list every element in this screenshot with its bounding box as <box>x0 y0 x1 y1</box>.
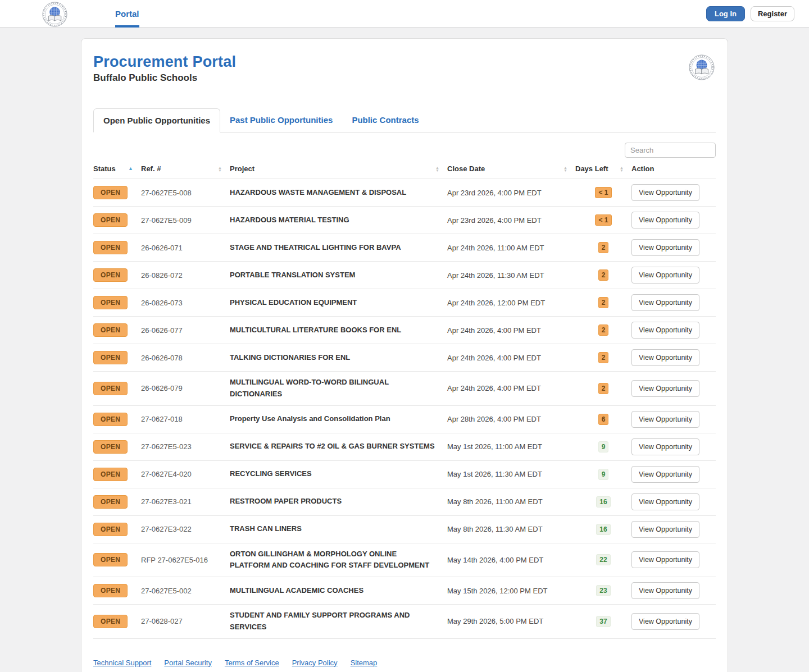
tab-public-contracts[interactable]: Public Contracts <box>342 108 428 132</box>
row-project: PHYSICAL EDUCATION EQUIPMENT <box>230 297 447 309</box>
footer-link-sitemap[interactable]: Sitemap <box>351 659 378 667</box>
view-opportunity-button[interactable]: View Opportunity <box>631 466 699 483</box>
action-cell: View Opportunity <box>631 466 716 483</box>
view-opportunity-button[interactable]: View Opportunity <box>631 380 699 397</box>
row-project: STUDENT AND FAMILY SUPPORT PROGRAMS AND … <box>230 610 447 633</box>
days-left-cell: < 1 <box>575 187 631 198</box>
view-opportunity-button[interactable]: View Opportunity <box>631 239 699 256</box>
days-left-cell: 2 <box>575 242 631 253</box>
view-opportunity-button[interactable]: View Opportunity <box>631 322 699 339</box>
footer-link-portal-security[interactable]: Portal Security <box>164 659 212 667</box>
table-row: OPEN 27-0627E5-023 SERVICE & REPAIRS TO … <box>93 433 716 460</box>
days-left-badge: 6 <box>598 414 609 425</box>
view-opportunity-button[interactable]: View Opportunity <box>631 184 699 201</box>
status-badge: OPEN <box>93 241 128 254</box>
days-left-cell: 6 <box>575 414 631 425</box>
status-cell: OPEN <box>93 268 141 282</box>
row-ref: 26-0626-078 <box>141 354 230 362</box>
status-cell: OPEN <box>93 495 141 509</box>
table-row: OPEN 26-0826-073 PHYSICAL EDUCATION EQUI… <box>93 289 716 316</box>
nav-item-portal[interactable]: Portal <box>115 0 139 28</box>
column-header-days-left[interactable]: Days Left ▲▼ <box>575 164 631 173</box>
footer-links: Technical Support Portal Security Terms … <box>93 659 716 672</box>
row-close-date: May 29th 2026, 5:00 PM EDT <box>447 617 575 625</box>
status-cell: OPEN <box>93 413 141 426</box>
status-badge: OPEN <box>93 268 128 282</box>
view-opportunity-button[interactable]: View Opportunity <box>631 267 699 284</box>
register-button[interactable]: Register <box>751 6 794 21</box>
days-left-badge: 22 <box>596 554 610 565</box>
table-header: Status ▲ Ref. # ▲▼ Project ▲▼ Close Date… <box>93 158 716 179</box>
status-cell: OPEN <box>93 468 141 481</box>
column-header-ref[interactable]: Ref. # ▲▼ <box>141 164 230 173</box>
card-header: Procurement Portal Buffalo Public School… <box>93 53 716 84</box>
row-close-date: Apr 24th 2026, 4:00 PM EDT <box>447 384 575 392</box>
column-label: Ref. # <box>141 164 161 173</box>
row-close-date: Apr 24th 2026, 11:00 AM EDT <box>447 244 575 252</box>
table-row: OPEN RFP 27-0627E5-016 ORTON GILLINGHAM … <box>93 543 716 577</box>
view-opportunity-button[interactable]: View Opportunity <box>631 438 699 455</box>
status-badge: OPEN <box>93 440 128 454</box>
view-opportunity-button[interactable]: View Opportunity <box>631 294 699 311</box>
days-left-badge: 37 <box>596 616 610 627</box>
table-row: OPEN 27-0628-027 STUDENT AND FAMILY SUPP… <box>93 604 716 638</box>
action-cell: View Opportunity <box>631 551 716 568</box>
row-project: PORTABLE TRANSLATION SYSTEM <box>230 269 447 281</box>
view-opportunity-button[interactable]: View Opportunity <box>631 613 699 630</box>
view-opportunity-button[interactable]: View Opportunity <box>631 551 699 568</box>
view-opportunity-button[interactable]: View Opportunity <box>631 521 699 538</box>
days-left-cell: 23 <box>575 585 631 596</box>
table-row: OPEN 27-0627E4-020 RECYCLING SERVICES Ma… <box>93 460 716 488</box>
view-opportunity-button[interactable]: View Opportunity <box>631 493 699 510</box>
row-ref: RFP 27-0627E5-016 <box>141 556 230 564</box>
status-badge: OPEN <box>93 468 128 481</box>
row-project: MULTILINGUAL ACADEMIC COACHES <box>230 585 447 597</box>
view-opportunity-button[interactable]: View Opportunity <box>631 212 699 228</box>
days-left-badge: 9 <box>598 441 609 452</box>
row-close-date: Apr 28th 2026, 4:00 PM EDT <box>447 415 575 423</box>
footer-link-technical-support[interactable]: Technical Support <box>93 659 151 667</box>
tab-past-public-opportunities[interactable]: Past Public Opportunities <box>220 108 342 132</box>
view-opportunity-button[interactable]: View Opportunity <box>631 349 699 366</box>
row-ref: 27-0627E4-020 <box>141 470 230 478</box>
row-close-date: Apr 24th 2026, 4:00 PM EDT <box>447 326 575 335</box>
row-close-date: May 1st 2026, 11:30 AM EDT <box>447 470 575 478</box>
status-cell: OPEN <box>93 523 141 536</box>
days-left-cell: 37 <box>575 616 631 627</box>
row-close-date: Apr 24th 2026, 4:00 PM EDT <box>447 354 575 362</box>
search-row <box>93 143 716 158</box>
view-opportunity-button[interactable]: View Opportunity <box>631 582 699 599</box>
row-close-date: Apr 23rd 2026, 4:00 PM EDT <box>447 216 575 225</box>
column-header-status[interactable]: Status ▲ <box>93 164 141 173</box>
footer-link-terms-of-service[interactable]: Terms of Service <box>225 659 279 667</box>
status-cell: OPEN <box>93 323 141 337</box>
footer-link-privacy-policy[interactable]: Privacy Policy <box>292 659 338 667</box>
action-cell: View Opportunity <box>631 322 716 339</box>
table-row: OPEN 27-0627E5-009 HAZARDOUS MATERIAL TE… <box>93 206 716 234</box>
status-badge: OPEN <box>93 615 128 628</box>
status-badge: OPEN <box>93 553 128 566</box>
row-close-date: Apr 24th 2026, 11:30 AM EDT <box>447 271 575 280</box>
tab-open-public-opportunities[interactable]: Open Public Opportunities <box>93 108 220 132</box>
days-left-badge: 2 <box>598 242 609 253</box>
column-header-project[interactable]: Project ▲▼ <box>230 164 447 173</box>
page-title: Procurement Portal <box>93 53 236 71</box>
login-button[interactable]: Log In <box>706 6 745 21</box>
status-cell: OPEN <box>93 382 141 395</box>
table-row: OPEN 26-0626-077 MULTICULTURAL LITERATUR… <box>93 316 716 344</box>
days-left-cell: 2 <box>575 352 631 363</box>
row-project: RESTROOM PAPER PRODUCTS <box>230 496 447 508</box>
days-left-cell: 2 <box>575 383 631 394</box>
row-project: RECYCLING SERVICES <box>230 468 447 480</box>
days-left-badge: 9 <box>598 469 609 480</box>
days-left-badge: 2 <box>598 324 609 336</box>
row-close-date: Apr 24th 2026, 12:00 PM EDT <box>447 299 575 307</box>
status-cell: OPEN <box>93 584 141 597</box>
days-left-cell: 16 <box>575 496 631 508</box>
days-left-badge: 2 <box>598 383 609 394</box>
action-cell: View Opportunity <box>631 267 716 284</box>
table-row: OPEN 26-0626-078 TALKING DICTIONARIES FO… <box>93 344 716 371</box>
search-input[interactable] <box>625 143 716 158</box>
column-header-close-date[interactable]: Close Date ▲▼ <box>447 164 575 173</box>
view-opportunity-button[interactable]: View Opportunity <box>631 411 699 428</box>
